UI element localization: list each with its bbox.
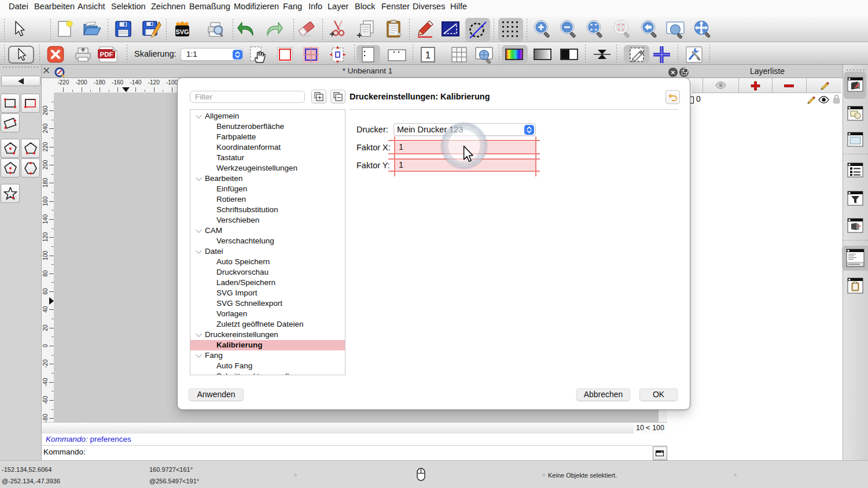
svg-text:SVG: SVG (175, 28, 189, 35)
svg-text:PDF: PDF (100, 51, 113, 58)
svg-text:1: 1 (425, 50, 431, 61)
